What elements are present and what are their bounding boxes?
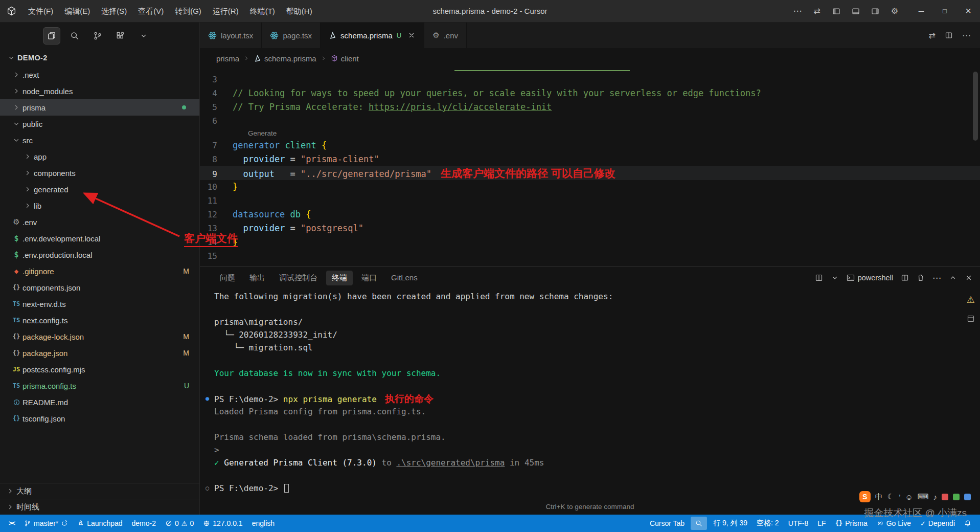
file-gitignore[interactable]: ◆.gitignoreM (0, 263, 199, 279)
menu-文件-f[interactable]: 文件(F) (22, 0, 59, 23)
status-remote-indicator[interactable]: >< (4, 515, 19, 532)
panel-terminal-button[interactable]: powershell (847, 274, 893, 282)
split-editor-button[interactable] (945, 31, 953, 39)
file-postcss-config-mjs[interactable]: JSpostcss.config.mjs (0, 361, 199, 378)
extensions-view-button[interactable] (112, 27, 129, 45)
folder-lib[interactable]: lib (0, 197, 199, 214)
explorer-root[interactable]: DEMO-2 (0, 49, 199, 66)
chevron-down-view-button[interactable] (135, 27, 152, 45)
menu-选择-s[interactable]: 选择(S) (96, 0, 132, 23)
panel-split-editor-button[interactable] (901, 274, 909, 282)
files-view-button[interactable] (43, 27, 60, 45)
status-language[interactable]: english (247, 515, 279, 532)
folder-node-modules[interactable]: node_modules (0, 83, 199, 99)
close-tab-button[interactable] (407, 31, 416, 39)
panel-chevron-down-button[interactable] (831, 274, 839, 282)
file-components-json[interactable]: {}components.json (0, 279, 199, 296)
breadcrumb-client[interactable]: client (331, 54, 359, 63)
more-button[interactable]: ⋯ (789, 3, 806, 19)
status-git-branch[interactable]: master* (19, 515, 73, 532)
panel-tab-端口[interactable]: 端口 (356, 271, 382, 285)
menu-帮助-h[interactable]: 帮助(H) (281, 0, 318, 23)
file-next-config-ts[interactable]: TSnext.config.ts (0, 312, 199, 328)
settings-button[interactable]: ⚙ (886, 3, 903, 19)
tab-layout-tsx[interactable]: layout.tsx (200, 23, 262, 48)
section-时间线[interactable]: 时间线 (0, 499, 199, 515)
source-control-view-button[interactable] (89, 27, 106, 45)
status-search[interactable] (691, 517, 707, 530)
folder-next[interactable]: .next (0, 66, 199, 83)
compare-button[interactable]: ⇄ (808, 3, 826, 19)
terminal[interactable]: The following migration(s) have been cre… (200, 289, 980, 495)
tab-env[interactable]: ⚙.env (424, 23, 467, 48)
status-problems[interactable]: 0⚠0 (161, 515, 198, 532)
folder-generated[interactable]: generated (0, 181, 199, 197)
status-launchpad[interactable]: Launchpad (73, 515, 127, 532)
status-encoding[interactable]: UTF-8 (784, 515, 813, 532)
search-view-button[interactable] (66, 27, 83, 45)
status-eol[interactable]: LF (813, 515, 830, 532)
breadcrumb-prisma[interactable]: prisma (216, 54, 239, 63)
layout-left-button[interactable] (828, 3, 845, 19)
maximize-button[interactable]: □ (933, 0, 956, 23)
folder-src[interactable]: src (0, 132, 199, 148)
panel-tab-输出[interactable]: 输出 (244, 271, 270, 285)
compare-button[interactable]: ⇄ (929, 31, 936, 40)
ime-chip[interactable] (942, 494, 948, 500)
panel-grid-button[interactable] (815, 274, 823, 282)
folder-components[interactable]: components (0, 165, 199, 181)
panel-more-button[interactable]: ⋯ (932, 273, 941, 283)
more-button[interactable]: ⋯ (962, 30, 971, 41)
ime-glyph[interactable]: ♪ (933, 493, 938, 501)
status-indentation[interactable]: 空格: 2 (752, 515, 784, 532)
editor-box-icon[interactable] (967, 315, 975, 323)
panel-close-button[interactable] (965, 274, 973, 282)
tab-schema-prisma[interactable]: schema.prismaU (321, 23, 424, 48)
editor[interactable]: 34// Looking for ways to speed up your q… (200, 69, 980, 266)
panel-chevron-up-button[interactable] (949, 274, 957, 282)
file-package-lock-json[interactable]: {}package-lock.jsonM (0, 328, 199, 345)
file-package-json[interactable]: {}package.jsonM (0, 345, 199, 361)
file-prisma-config-ts[interactable]: TSprisma.config.tsU (0, 378, 199, 394)
panel-trash-button[interactable] (917, 274, 925, 282)
status-project[interactable]: demo-2 (127, 515, 161, 532)
menu-编辑-e[interactable]: 编辑(E) (59, 0, 96, 23)
menu-查看-v[interactable]: 查看(V) (132, 0, 169, 23)
warning-icon[interactable]: ⚠ (967, 294, 975, 305)
file-readme-md[interactable]: README.md (0, 394, 199, 410)
panel-tab-终端[interactable]: 终端 (326, 271, 353, 285)
folder-app[interactable]: app (0, 148, 199, 165)
file-tsconfig-json[interactable]: {}tsconfig.json (0, 410, 199, 427)
status-cursor-position[interactable]: 行 9, 列 39 (709, 515, 752, 532)
ime-glyph[interactable]: ’ (899, 493, 900, 501)
ime-chip[interactable] (964, 494, 971, 500)
code-link[interactable]: https://pris.ly/cli/accelerate-init (369, 102, 552, 112)
ime-glyph[interactable]: 中 (875, 492, 883, 502)
file-env-development-local[interactable]: $.env.development.local (0, 230, 199, 247)
menu-转到-g[interactable]: 转到(G) (169, 0, 207, 23)
section-大纲[interactable]: 大纲 (0, 483, 199, 499)
ime-chip[interactable] (953, 494, 960, 500)
codelens-generate[interactable]: Generate (200, 128, 980, 139)
layout-bottom-button[interactable] (847, 3, 864, 19)
ime-glyph[interactable]: ☺ (905, 493, 913, 501)
menu-运行-r[interactable]: 运行(R) (207, 0, 244, 23)
layout-right-button[interactable] (867, 3, 884, 19)
file-env-production-local[interactable]: $.env.production.local (0, 247, 199, 263)
minimize-button[interactable]: ─ (909, 0, 933, 23)
file-next-env-d-ts[interactable]: TSnext-env.d.ts (0, 296, 199, 312)
menu-终端-t[interactable]: 终端(T) (244, 0, 281, 23)
breadcrumb-schema-prisma[interactable]: schema.prisma (254, 54, 316, 63)
folder-public[interactable]: public (0, 116, 199, 132)
panel-tab-gitlens[interactable]: GitLens (385, 271, 423, 285)
editor-scrollbar[interactable] (973, 72, 978, 141)
panel-tab-问题[interactable]: 问题 (214, 271, 241, 285)
ime-glyph[interactable]: ☾ (887, 492, 894, 501)
status-host[interactable]: 127.0.0.1 (198, 515, 247, 532)
tab-page-tsx[interactable]: page.tsx (262, 23, 321, 48)
close-button[interactable]: × (956, 0, 980, 23)
status-cursor-tab[interactable]: Cursor Tab (645, 515, 689, 532)
folder-prisma[interactable]: prisma (0, 99, 199, 116)
ime-glyph[interactable]: ⌨ (918, 492, 929, 501)
panel-tab-调试控制台[interactable]: 调试控制台 (274, 271, 323, 285)
